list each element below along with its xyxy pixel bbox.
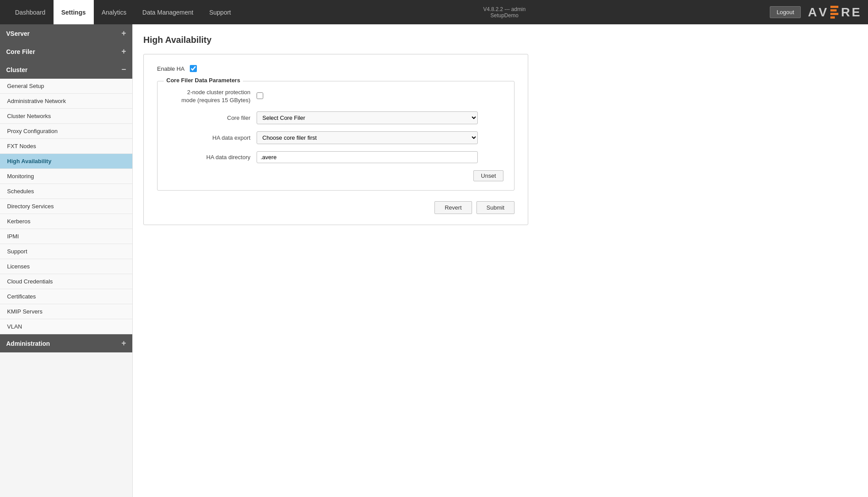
two-node-row: 2-node cluster protection mode (requires…	[168, 88, 503, 104]
sidebar-item-ipmi[interactable]: IPMI	[0, 229, 132, 244]
ha-export-select[interactable]: Choose core filer first	[257, 131, 478, 144]
nav-tab-data-management[interactable]: Data Management	[134, 0, 201, 24]
two-node-checkbox[interactable]	[257, 92, 263, 99]
ha-export-control: Choose core filer first	[257, 131, 478, 144]
sidebar-section-core-filer[interactable]: Core Filer+	[0, 42, 132, 61]
ha-export-label: HA data export	[168, 134, 257, 141]
enable-ha-row: Enable HA	[157, 65, 515, 72]
form-panel: Enable HA Core Filer Data Parameters 2-n…	[143, 54, 528, 225]
core-filer-label: Core filer	[168, 115, 257, 121]
core-filer-row: Core filer Select Core Filer	[168, 111, 503, 124]
page-title: High Availability	[143, 35, 857, 45]
param-group: Core Filer Data Parameters 2-node cluste…	[157, 81, 515, 191]
sidebar-item-monitoring[interactable]: Monitoring	[0, 169, 132, 184]
sidebar-item-licenses[interactable]: Licenses	[0, 259, 132, 274]
logout-button[interactable]: Logout	[770, 6, 801, 18]
unset-row: Unset	[168, 170, 503, 181]
core-filer-control: Select Core Filer	[257, 111, 478, 124]
cluster-name: SetupDemo	[483, 12, 526, 19]
sidebar-item-vlan[interactable]: VLAN	[0, 319, 132, 334]
topbar: DashboardSettingsAnalyticsData Managemen…	[0, 0, 868, 24]
version-text: V4.8.2.2 --- admin	[483, 6, 526, 12]
sidebar-section-vserver[interactable]: VServer+	[0, 24, 132, 42]
ha-export-row: HA data export Choose core filer first	[168, 131, 503, 144]
sidebar-item-directory-services[interactable]: Directory Services	[0, 199, 132, 214]
core-filer-select[interactable]: Select Core Filer	[257, 111, 478, 124]
main-layout: VServer+Core Filer+Cluster−General Setup…	[0, 24, 868, 497]
nav-tab-analytics[interactable]: Analytics	[94, 0, 134, 24]
avere-logo: A V R E	[808, 5, 861, 19]
two-node-control	[257, 92, 478, 100]
nav-tab-settings[interactable]: Settings	[54, 0, 94, 24]
param-group-legend: Core Filer Data Parameters	[164, 77, 243, 84]
sidebar-item-kerberos[interactable]: Kerberos	[0, 214, 132, 229]
sidebar-item-cluster-networks[interactable]: Cluster Networks	[0, 109, 132, 124]
ha-directory-control	[257, 151, 478, 163]
revert-button[interactable]: Revert	[434, 201, 472, 214]
sidebar-item-high-availability[interactable]: High Availability	[0, 154, 132, 169]
unset-button[interactable]: Unset	[473, 170, 503, 181]
sidebar-item-proxy-configuration[interactable]: Proxy Configuration	[0, 124, 132, 139]
sidebar-item-cloud-credentials[interactable]: Cloud Credentials	[0, 274, 132, 289]
enable-ha-checkbox[interactable]	[190, 65, 197, 72]
ha-directory-input[interactable]	[257, 151, 478, 163]
sidebar-item-support[interactable]: Support	[0, 244, 132, 259]
nav-tab-dashboard[interactable]: Dashboard	[7, 0, 54, 24]
submit-button[interactable]: Submit	[476, 201, 515, 214]
nav-tab-support[interactable]: Support	[201, 0, 239, 24]
sidebar-section-cluster[interactable]: Cluster−	[0, 61, 132, 79]
sidebar-item-fxt-nodes[interactable]: FXT Nodes	[0, 139, 132, 154]
sidebar-section-administration[interactable]: Administration+	[0, 334, 132, 352]
logo-e: E	[852, 5, 861, 19]
ha-directory-row: HA data directory	[168, 151, 503, 163]
sidebar: VServer+Core Filer+Cluster−General Setup…	[0, 24, 133, 497]
logo-r: R	[841, 5, 851, 19]
nav-tabs: DashboardSettingsAnalyticsData Managemen…	[7, 0, 239, 24]
logo-v: V	[818, 5, 828, 19]
version-info: V4.8.2.2 --- admin SetupDemo	[483, 6, 526, 19]
sidebar-item-administrative-network[interactable]: Administrative Network	[0, 94, 132, 109]
logo-bar-icon	[830, 6, 838, 19]
topbar-right: Logout A V R E	[770, 5, 861, 19]
enable-ha-label: Enable HA	[157, 65, 184, 72]
sidebar-item-certificates[interactable]: Certificates	[0, 289, 132, 304]
content-area: High Availability Enable HA Core Filer D…	[133, 24, 868, 497]
logo-a: A	[808, 5, 818, 19]
action-row: Revert Submit	[157, 201, 515, 214]
sidebar-item-general-setup[interactable]: General Setup	[0, 79, 132, 94]
sidebar-item-schedules[interactable]: Schedules	[0, 184, 132, 199]
sidebar-item-kmip-servers[interactable]: KMIP Servers	[0, 304, 132, 319]
two-node-label: 2-node cluster protection mode (requires…	[168, 88, 257, 104]
ha-directory-label: HA data directory	[168, 154, 257, 161]
